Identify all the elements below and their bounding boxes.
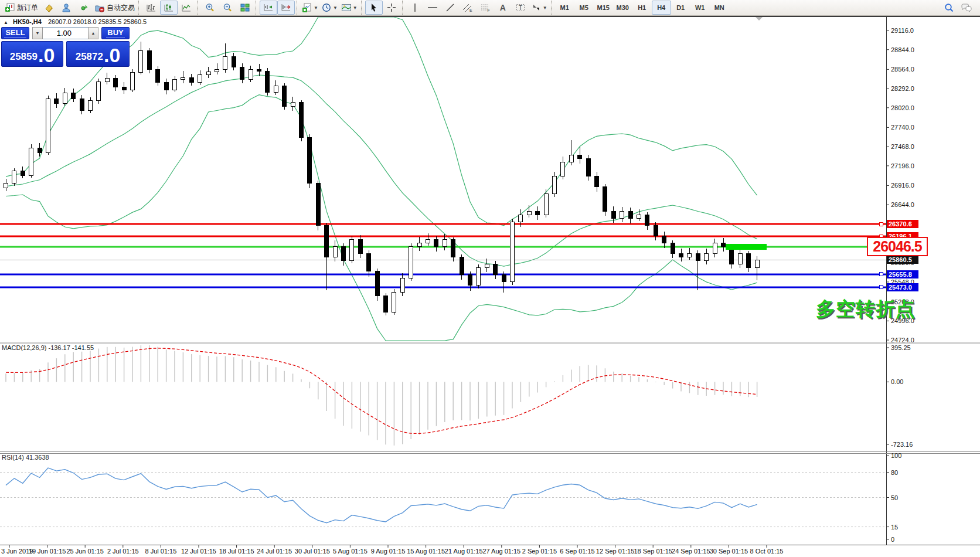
auto-scroll-button[interactable] (260, 1, 277, 15)
candle-body (519, 215, 523, 222)
candle-body (611, 211, 615, 218)
chat-icon (961, 3, 972, 13)
toolbar-right (940, 1, 975, 15)
equidistant-channel-icon: E (462, 3, 473, 12)
arrows-tool-button[interactable]: ▼ (529, 1, 549, 15)
chart-shift-marker-icon[interactable] (755, 16, 763, 21)
community-chat-button[interactable] (958, 1, 975, 15)
crosshair-icon (387, 3, 396, 12)
candle-body (333, 247, 337, 257)
autotrading-button[interactable]: 自动交易 (93, 1, 137, 15)
label-tool-button[interactable]: T (512, 1, 529, 15)
signal-button[interactable] (75, 1, 93, 15)
sell-price-display[interactable]: 25859.0 (1, 41, 63, 67)
eraser-button[interactable] (40, 1, 57, 15)
highlight-trend-segment[interactable] (726, 244, 767, 250)
candle-body (274, 86, 278, 92)
sell-button[interactable]: SELL (1, 27, 29, 39)
candle-body (713, 243, 717, 254)
buy-price-display[interactable]: 25872.0 (66, 41, 130, 67)
candle-body (257, 70, 261, 71)
volume-input[interactable]: 1.00 (43, 27, 88, 39)
candle-body (46, 99, 50, 153)
candle-body (375, 271, 379, 296)
candle-body (595, 176, 599, 186)
rsi-indicator-label: RSI(14) 41.3638 (2, 454, 49, 461)
fibonacci-button[interactable]: F (477, 1, 494, 15)
new-order-button[interactable]: 新订单 (4, 1, 40, 15)
chart-canvas[interactable] (0, 0, 980, 557)
horizontal-line-icon (427, 3, 438, 12)
bar-chart-button[interactable] (142, 1, 160, 15)
new-order-label: 新订单 (17, 3, 38, 13)
chart-shift-icon (281, 3, 291, 12)
vertical-line-button[interactable] (406, 1, 424, 15)
zoom-out-button[interactable] (219, 1, 236, 15)
horizontal-line-button[interactable] (424, 1, 441, 15)
templates-button[interactable]: ▼ (339, 1, 359, 15)
candle-body (232, 56, 236, 67)
timeframe-button-M15[interactable]: M15 (594, 1, 613, 15)
candle-body (434, 240, 438, 247)
candle-body (468, 275, 472, 286)
search-button[interactable] (940, 1, 958, 15)
price-callout-box[interactable]: 26046.5 (867, 237, 928, 256)
label-tool-icon: T (515, 3, 526, 12)
timeframe-button-H1[interactable]: H1 (632, 1, 652, 15)
text-tool-button[interactable]: A (494, 1, 512, 15)
candle-body (4, 183, 8, 188)
timeframe-button-M5[interactable]: M5 (574, 1, 594, 15)
candlestick-chart-icon (164, 3, 174, 12)
timeframe-button-H4[interactable]: H4 (652, 1, 671, 15)
candle-body (536, 211, 540, 215)
candle-body (308, 137, 312, 183)
candle-body (206, 72, 210, 74)
candle-body (198, 74, 202, 82)
candle-body (400, 278, 404, 293)
candle-body (637, 215, 641, 218)
bar-chart-icon (146, 3, 156, 12)
timeframe-button-M1[interactable]: M1 (555, 1, 574, 15)
timeframe-button-D1[interactable]: D1 (671, 1, 690, 15)
periods-button[interactable]: ▼ (320, 1, 339, 15)
candlestick-chart-button[interactable] (160, 1, 178, 15)
volume-decrease-button[interactable]: ▼ (32, 27, 43, 39)
buy-button[interactable]: BUY (101, 27, 130, 39)
indicators-icon (302, 3, 312, 12)
crosshair-button[interactable] (383, 1, 400, 15)
timeframe-button-W1[interactable]: W1 (690, 1, 710, 15)
candle-body (63, 93, 67, 104)
candle-body (705, 254, 709, 261)
one-click-trade-panel: SELL ▼ 1.00 ▲ BUY 25859.0 25872.0 (1, 27, 130, 67)
arrows-dropdown-arrow: ▼ (543, 5, 547, 11)
chart-title-row: ▲ HK50-,H4 26007.0 26018.0 25835.5 25860… (4, 18, 147, 25)
candle-body (620, 211, 624, 218)
trendline-button[interactable] (441, 1, 459, 15)
tile-windows-button[interactable] (236, 1, 254, 15)
timeframe-button-MN[interactable]: MN (710, 1, 729, 15)
candle-body (747, 254, 751, 268)
candle-body (189, 77, 193, 82)
toolbar-group-drawing: E F A T ▼ (402, 1, 551, 15)
timeframe-button-M30[interactable]: M30 (613, 1, 632, 15)
templates-icon (341, 3, 352, 12)
candle-body (409, 247, 413, 278)
cursor-button[interactable] (365, 1, 383, 15)
candle-body (502, 275, 506, 282)
candle-body (97, 81, 101, 100)
line-chart-button[interactable] (178, 1, 195, 15)
eraser-icon (43, 3, 54, 12)
fibonacci-icon: F (480, 3, 491, 12)
periods-dropdown-arrow: ▼ (333, 5, 338, 11)
indicators-button[interactable]: ▼ (301, 1, 320, 15)
volume-spinner: ▼ 1.00 ▲ (32, 27, 98, 39)
candle-body (671, 243, 675, 254)
collapse-arrow-icon[interactable]: ▲ (4, 20, 8, 25)
chart-shift-button[interactable] (277, 1, 295, 15)
candle-body (561, 162, 565, 176)
equidistant-channel-button[interactable]: E (459, 1, 477, 15)
volume-increase-button[interactable]: ▲ (88, 27, 98, 39)
candle-body (477, 268, 481, 286)
profile-button[interactable] (57, 1, 75, 15)
zoom-in-button[interactable] (201, 1, 219, 15)
